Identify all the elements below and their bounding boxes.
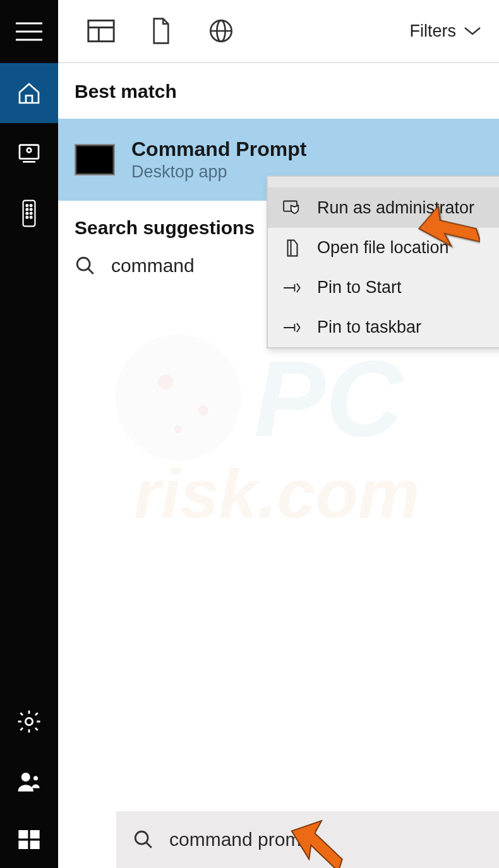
- svg-rect-18: [18, 830, 28, 838]
- sidebar: [0, 0, 58, 868]
- sidebar-settings[interactable]: [0, 691, 58, 751]
- command-prompt-thumbnail: [75, 144, 115, 175]
- hamburger-icon: [16, 22, 42, 41]
- svg-point-7: [26, 205, 28, 206]
- context-item-label: Pin to taskbar: [317, 318, 421, 337]
- svg-point-22: [115, 335, 241, 461]
- svg-point-24: [198, 405, 208, 415]
- sidebar-account[interactable]: [0, 751, 58, 811]
- svg-point-17: [33, 776, 38, 780]
- svg-point-37: [135, 831, 148, 844]
- search-bar[interactable]: [116, 811, 499, 868]
- document-icon: [150, 18, 172, 44]
- filters-dropdown[interactable]: Filters: [410, 21, 500, 41]
- context-item-label: Open file location: [317, 238, 449, 258]
- svg-point-13: [26, 216, 28, 218]
- context-item-label: Run as administrator: [317, 198, 474, 218]
- svg-point-15: [25, 718, 32, 725]
- svg-text:risk.com: risk.com: [134, 455, 419, 530]
- best-match-heading: Best match: [58, 63, 499, 102]
- svg-point-10: [30, 208, 32, 210]
- svg-point-8: [30, 205, 32, 206]
- home-icon: [16, 81, 42, 106]
- search-icon: [133, 829, 154, 850]
- user-icon: [16, 768, 42, 795]
- search-icon: [75, 255, 96, 276]
- pin-icon: [282, 280, 303, 296]
- context-open-file-location[interactable]: Open file location: [268, 228, 499, 268]
- svg-rect-21: [30, 841, 40, 849]
- sidebar-remote[interactable]: [0, 183, 58, 243]
- filter-apps[interactable]: [71, 0, 131, 62]
- svg-point-25: [174, 425, 182, 433]
- svg-text:PC: PC: [254, 338, 404, 458]
- svg-point-34: [77, 258, 90, 270]
- svg-line-38: [146, 842, 152, 848]
- folder-open-icon: [282, 239, 303, 258]
- context-menu-header: [268, 177, 499, 188]
- sidebar-home[interactable]: [0, 63, 58, 123]
- shield-monitor-icon: [282, 200, 303, 217]
- gear-icon: [16, 708, 42, 735]
- pin-taskbar-icon: [282, 319, 303, 336]
- suggestion-text: command: [111, 255, 195, 276]
- filter-web[interactable]: [191, 0, 251, 62]
- watermark: PC risk.com: [109, 328, 499, 530]
- context-run-as-admin[interactable]: Run as administrator: [268, 188, 499, 228]
- svg-point-4: [27, 148, 32, 152]
- monitor-icon: [16, 141, 42, 166]
- svg-point-9: [26, 208, 28, 210]
- svg-rect-20: [18, 841, 28, 849]
- filter-documents[interactable]: [131, 0, 191, 62]
- svg-line-35: [88, 268, 93, 274]
- context-pin-to-taskbar[interactable]: Pin to taskbar: [268, 307, 499, 347]
- windows-start-icon: [16, 827, 42, 852]
- svg-point-16: [21, 773, 30, 782]
- hamburger-menu-button[interactable]: [0, 0, 58, 63]
- svg-point-12: [30, 212, 32, 214]
- filter-toolbar: Filters: [58, 0, 499, 63]
- remote-icon: [20, 199, 38, 227]
- search-results-panel: PC risk.com Filters Best match: [58, 0, 499, 868]
- svg-point-14: [30, 216, 32, 218]
- filters-label: Filters: [410, 21, 457, 41]
- sidebar-monitor[interactable]: [0, 123, 58, 183]
- svg-rect-6: [23, 200, 35, 226]
- context-item-label: Pin to Start: [317, 278, 402, 297]
- context-menu: Run as administrator Open file location …: [267, 175, 499, 348]
- apps-icon: [87, 19, 115, 43]
- search-input[interactable]: [169, 829, 485, 850]
- context-pin-to-start[interactable]: Pin to Start: [268, 268, 499, 307]
- svg-rect-19: [30, 830, 40, 838]
- svg-rect-28: [88, 21, 113, 42]
- svg-point-11: [26, 212, 28, 214]
- best-match-title: Command Prompt: [131, 138, 306, 161]
- globe-icon: [208, 18, 234, 44]
- chevron-down-icon: [464, 26, 481, 36]
- start-button[interactable]: [0, 811, 58, 868]
- svg-point-23: [158, 374, 173, 389]
